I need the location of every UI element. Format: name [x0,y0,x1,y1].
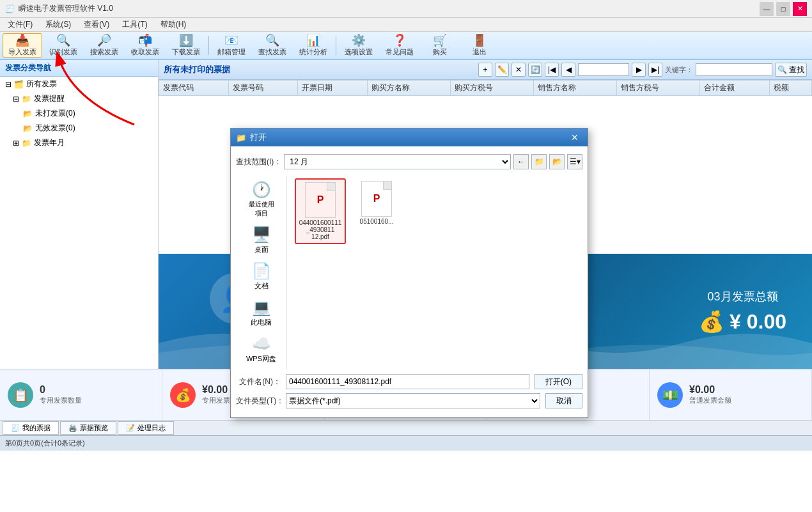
tab-my-invoices[interactable]: 🧾 我的票据 [3,421,59,435]
tree-label-yearmonth: 发票年月 [34,137,65,148]
tree-label-unprinted: 未打发票(0) [35,108,75,119]
tab-log[interactable]: 📝 处理日志 [118,421,174,435]
refresh-button[interactable]: 🔄 [528,63,542,77]
toolbar-mailbox[interactable]: 📧 邮箱管理 [212,33,251,58]
col-seller-tax: 销售方税号 [617,81,700,96]
menu-file[interactable]: 文件(F) [3,18,38,31]
file-item-2[interactable]: P 05100160... [351,178,402,244]
mailbox-icon: 📧 [224,35,238,46]
keyword-input[interactable] [696,63,772,76]
wps-cloud-icon: ☁️ [252,335,271,353]
menu-system[interactable]: 系统(S) [40,18,76,31]
search-icon: 🔎 [97,35,111,46]
dialog-nav-wps-label: WPS网盘 [246,354,276,364]
tree-item-invalid[interactable]: 📂 无效发票(0) [0,121,158,136]
toolbar-exit[interactable]: 🚪 退出 [460,33,499,58]
sidebar-header: 发票分类导航 [0,60,158,77]
tree-label-invalid: 无效发票(0) [35,123,75,134]
desktop-icon: 🖥️ [252,226,271,244]
dialog-back-button[interactable]: ← [513,154,529,169]
title-bar-text: 🧾 瞬速电子发票管理软件 V1.0 [5,3,113,14]
tab-my-invoices-icon: 🧾 [11,424,20,432]
tab-preview[interactable]: 🖨️ 票据预览 [60,421,116,435]
dialog-nav-wps-cloud[interactable]: ☁️ WPS网盘 [238,332,284,366]
open-file-dialog: 📁 打开 ✕ 查找范围(I)： 12 月 ← 📁 📂 ☰▾ [230,128,588,418]
tree-item-yearmonth[interactable]: ⊞ 📁 发票年月 [0,136,158,150]
file-icon-1: P [305,182,336,218]
toolbar-receive[interactable]: 📬 收取发票 [125,33,165,58]
minimize-button[interactable]: — [760,2,774,16]
toolbar-download[interactable]: ⬇️ 下载发票 [166,33,206,58]
menu-help[interactable]: 帮助(H) [155,18,192,31]
tree-item-all[interactable]: ⊟ 🗂️ 所有发票 [0,77,158,91]
tab-preview-icon: 🖨️ [68,424,77,432]
col-date: 开票日期 [298,81,368,96]
tree-item-reminder[interactable]: ⊟ 📁 发票提醒 [0,91,158,106]
tree-expand-reminder: ⊟ [13,95,19,104]
dialog-new-folder-button[interactable]: 📂 [549,154,565,169]
dialog-view-button[interactable]: ☰▾ [567,154,582,169]
content-header: 所有未打印的票据 + ✏️ ✕ 🔄 |◀ ◀ ▶ ▶| 关键字： 🔍 查找 [159,60,812,80]
add-record-button[interactable]: + [478,63,492,77]
dialog-filetype-select[interactable]: 票据文件(*.pdf) [286,393,540,408]
recognize-icon: 🔍 [56,35,70,46]
app-title: 瞬速电子发票管理软件 V1.0 [19,3,113,14]
toolbar-settings[interactable]: ⚙️ 选项设置 [339,33,379,58]
maximize-button[interactable]: □ [776,2,790,16]
dialog-nav-docs-label: 文档 [254,281,269,291]
dialog-filetype-row: 文件类型(T)： 票据文件(*.pdf) 取消 [236,393,582,408]
recognize-label: 识别发票 [49,47,77,57]
dialog-up-button[interactable]: 📁 [531,154,547,169]
dialog-nav-docs[interactable]: 📄 文档 [238,260,284,293]
file-name-1: 044001600111_493081112.pdf [299,219,342,240]
stat-normal-amount: 💵 ¥0.00 普通发票金额 [650,369,812,420]
toolbar-import[interactable]: 📥 导入发票 [3,33,42,58]
delete-record-button[interactable]: ✕ [511,63,526,77]
total-amount-value: ¥ 0.00 [730,310,786,334]
nav-first-button[interactable]: |◀ [545,63,559,77]
dialog-nav-computer[interactable]: 💻 此电脑 [238,296,284,330]
menu-tools[interactable]: 工具(T) [117,18,152,31]
nav-next-button[interactable]: ▶ [632,63,646,77]
toolbar-find[interactable]: 🔍 查找发票 [253,33,292,58]
page-input[interactable] [578,63,629,76]
menu-bar: 文件(F) 系统(S) 查看(V) 工具(T) 帮助(H) [0,18,812,32]
tree-icon-all: 🗂️ [14,80,24,89]
nav-prev-button[interactable]: ◀ [561,63,575,77]
toolbar-faq[interactable]: ❓ 常见问题 [380,33,419,58]
col-invoice-num: 发票号码 [228,81,298,96]
menu-view[interactable]: 查看(V) [79,18,114,31]
app-logo: 🧾 [5,4,15,13]
dialog-nav-recent[interactable]: 🕐 最近使用项目 [238,178,284,221]
dialog-path-select[interactable]: 12 月 [284,154,511,169]
close-button[interactable]: ✕ [793,2,807,16]
tab-preview-label: 票据预览 [80,423,108,433]
toolbar-buy[interactable]: 🛒 购买 [421,33,459,58]
dialog-cancel-button[interactable]: 取消 [545,393,582,408]
search-label: 搜索发票 [90,47,118,57]
toolbar-search[interactable]: 🔎 搜索发票 [84,33,124,58]
nav-last-button[interactable]: ▶| [648,63,662,77]
edit-record-button[interactable]: ✏️ [495,63,509,77]
tab-log-icon: 📝 [126,424,135,432]
buy-icon: 🛒 [433,35,447,46]
dialog-title: 📁 打开 [236,132,267,143]
dialog-nav-sidebar: 🕐 最近使用项目 🖥️ 桌面 📄 文档 💻 [236,176,287,369]
faq-label: 常见问题 [386,47,414,57]
dialog-open-button[interactable]: 打开(O) [535,374,582,389]
dialog-body: 查找范围(I)： 12 月 ← 📁 📂 ☰▾ 🕐 最近使用项目 [231,146,588,417]
toolbar-sep2 [336,36,336,55]
dialog-nav-desktop[interactable]: 🖥️ 桌面 [238,223,284,257]
file-item-1[interactable]: P 044001600111_493081112.pdf [295,178,346,244]
dialog-close-button[interactable]: ✕ [567,131,582,144]
faq-icon: ❓ [393,35,407,46]
dialog-title-text: 打开 [250,132,267,143]
stats-icon: 📊 [306,35,320,46]
title-bar: 🧾 瞬速电子发票管理软件 V1.0 — □ ✕ [0,0,812,18]
search-button[interactable]: 🔍 查找 [775,63,807,77]
tree-item-unprinted[interactable]: 📂 未打发票(0) [0,106,158,121]
toolbar-stats[interactable]: 📊 统计分析 [293,33,333,58]
toolbar-recognize[interactable]: 🔍 识别发票 [43,33,83,58]
file-name-2: 05100160... [360,218,394,225]
dialog-filename-input[interactable] [286,374,529,389]
